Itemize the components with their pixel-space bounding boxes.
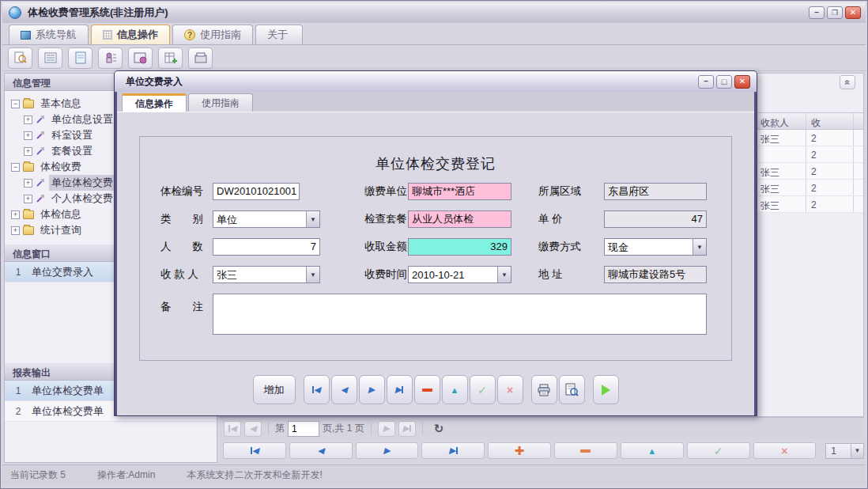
page-size-select[interactable]: 1 ▼	[825, 443, 864, 459]
record-first-button[interactable]: ◀	[223, 442, 286, 459]
printer-icon	[537, 384, 551, 396]
page-number-input[interactable]	[288, 421, 319, 437]
pagination-bar: ◀ ◀ 第 页,共 1 页 ▶ ▶ ↻	[219, 417, 864, 439]
region-field: 东昌府区	[604, 183, 707, 200]
record-insert-button[interactable]: ✚	[488, 442, 551, 459]
restore-button[interactable]	[827, 6, 843, 19]
minimize-button[interactable]	[809, 6, 825, 19]
status-bar: 当前记录数 5 操作者:Admin 本系统支持二次开发和全新开发!	[2, 464, 866, 485]
collapse-icon[interactable]: −	[11, 163, 20, 172]
category-select[interactable]: 单位 ▼	[213, 210, 320, 228]
separator	[422, 423, 423, 435]
nav-next-button[interactable]: ▶	[359, 375, 385, 404]
refresh-icon[interactable]: ↻	[434, 422, 444, 436]
check-icon: ✓	[714, 445, 723, 457]
payee-label: 收 款 人	[160, 266, 198, 283]
chevron-up-icon: «	[842, 80, 853, 85]
pay-time-label: 收费时间	[364, 266, 407, 283]
nav-last-button[interactable]: ▶	[387, 375, 413, 404]
expand-icon[interactable]: +	[24, 179, 32, 188]
main-toolbar	[2, 45, 866, 71]
expand-icon[interactable]: +	[24, 195, 32, 203]
app-logo-icon	[9, 6, 21, 19]
table-add-icon	[164, 51, 177, 64]
x-icon: ×	[781, 445, 787, 457]
people-label: 人 数	[160, 238, 203, 256]
address-label: 地 址	[538, 266, 563, 283]
expand-icon[interactable]: +	[24, 116, 32, 124]
record-edit-button[interactable]: ▲	[621, 442, 684, 459]
dialog-tab-info-operation[interactable]: 信息操作	[122, 93, 187, 112]
expand-icon[interactable]: +	[24, 131, 32, 140]
separator	[268, 423, 269, 435]
payee-select[interactable]: 张三 ▼	[213, 266, 320, 283]
tool-icon	[36, 194, 45, 203]
pay-time-picker[interactable]: 2010-10-21 ▼	[408, 266, 511, 283]
record-last-button[interactable]: ▶	[421, 442, 485, 459]
dialog-close-button[interactable]	[734, 75, 750, 89]
close-button[interactable]	[845, 6, 861, 19]
edit-record-button[interactable]: ▲	[442, 375, 468, 404]
pay-method-select[interactable]: 现金 ▼	[604, 238, 707, 256]
record-next-button[interactable]: ▶	[356, 442, 419, 459]
record-delete-button[interactable]	[554, 442, 617, 459]
package-field[interactable]: 从业人员体检	[408, 210, 511, 228]
expand-icon[interactable]: +	[11, 210, 20, 219]
add-button[interactable]: 增加	[253, 375, 296, 404]
dialog-titlebar[interactable]: 单位交费录入	[115, 71, 757, 92]
amount-label: 收取金额	[364, 238, 407, 256]
chevron-down-icon: ▼	[306, 267, 319, 282]
post-record-button[interactable]: ✓	[470, 375, 496, 404]
print-button[interactable]	[531, 375, 557, 404]
form-list-icon	[44, 52, 57, 63]
record-navigator-bar: ◀ ◀ ▶ ▶ ✚ ▲ ✓ × 1 ▼	[219, 440, 864, 461]
dialog-tab-user-guide[interactable]: 使用指南	[188, 93, 253, 112]
cancel-record-button[interactable]: ×	[497, 375, 523, 404]
page-prev-button[interactable]: ◀	[244, 421, 262, 437]
print-preview-button[interactable]	[559, 375, 585, 404]
tab-user-guide[interactable]: ? 使用指南	[172, 25, 253, 44]
search-document-button[interactable]	[8, 47, 32, 69]
new-document-icon	[75, 51, 86, 64]
nav-first-button[interactable]: ◀	[304, 375, 330, 404]
record-post-button[interactable]: ✓	[687, 442, 750, 459]
dialog-maximize-button[interactable]	[716, 75, 732, 89]
user-card-button[interactable]	[98, 47, 123, 69]
separator	[371, 423, 372, 435]
expand-icon[interactable]: +	[11, 226, 20, 235]
page-first-button[interactable]: ◀	[224, 421, 241, 437]
dialog-minimize-button[interactable]	[698, 75, 714, 89]
new-document-button[interactable]	[68, 47, 92, 69]
form-list-button[interactable]	[38, 47, 62, 69]
col-pay-time[interactable]: 收	[806, 113, 854, 129]
collapse-icon[interactable]: −	[11, 100, 20, 108]
tab-info-operation[interactable]: 信息操作	[91, 25, 170, 44]
panel-collapse-button[interactable]: «	[840, 75, 855, 89]
window-preview-button[interactable]	[128, 47, 153, 69]
table-add-button[interactable]	[158, 47, 183, 69]
tab-system-nav[interactable]: 系统导航	[9, 25, 89, 44]
pay-unit-field[interactable]: 聊城市***酒店	[408, 183, 511, 200]
people-field[interactable]: 7	[213, 238, 320, 256]
col-payee[interactable]: 收款人	[756, 113, 806, 129]
amount-field[interactable]: 329	[408, 238, 511, 256]
delete-record-button[interactable]	[414, 375, 440, 404]
chevron-down-icon: ▼	[851, 444, 863, 458]
record-cancel-button[interactable]: ×	[753, 442, 817, 459]
expand-icon[interactable]: +	[24, 147, 32, 156]
unit-price-label: 单 价	[538, 210, 563, 228]
exam-no-field[interactable]: DW20101021001	[213, 183, 300, 200]
execute-button[interactable]	[593, 375, 619, 404]
record-prev-button[interactable]: ◀	[289, 442, 353, 459]
card-file-icon	[194, 52, 208, 63]
tab-about[interactable]: 关于	[255, 25, 303, 44]
chevron-down-icon: ▼	[693, 239, 706, 255]
folder-icon	[23, 210, 34, 219]
nav-prev-button[interactable]: ◀	[331, 375, 357, 404]
remark-field[interactable]	[213, 294, 707, 335]
card-file-button[interactable]	[188, 47, 213, 69]
page-next-button[interactable]: ▶	[378, 421, 395, 437]
window-title: 体检收费管理系统(非注册用户)	[28, 6, 168, 20]
page-last-button[interactable]: ▶	[398, 421, 416, 437]
tool-icon	[36, 115, 45, 124]
